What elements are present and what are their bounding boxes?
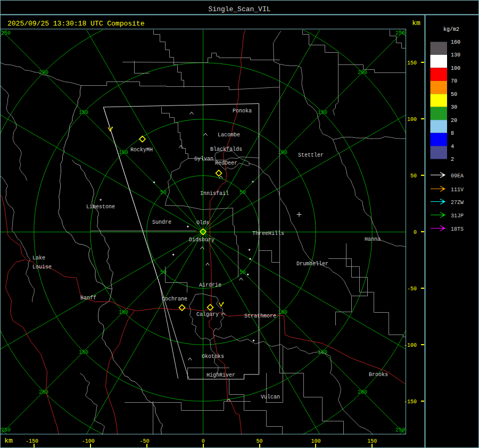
svg-text:km: km bbox=[412, 19, 420, 27]
svg-text:160: 160 bbox=[451, 39, 460, 45]
svg-text:Strathmore: Strathmore bbox=[244, 313, 276, 319]
svg-text:4: 4 bbox=[451, 144, 454, 150]
svg-text:20: 20 bbox=[451, 118, 457, 124]
svg-text:Lake: Lake bbox=[32, 255, 45, 261]
svg-text:-100: -100 bbox=[82, 438, 95, 444]
svg-text:Drumheller: Drumheller bbox=[296, 261, 328, 267]
svg-text:Innisfail: Innisfail bbox=[200, 191, 229, 197]
svg-text:Vulcan: Vulcan bbox=[261, 394, 280, 400]
svg-text:Didsbury: Didsbury bbox=[189, 237, 214, 243]
svg-text:50: 50 bbox=[410, 173, 417, 179]
svg-text:50: 50 bbox=[451, 92, 457, 97]
svg-text:*: * bbox=[251, 180, 255, 186]
svg-text:100: 100 bbox=[407, 117, 417, 123]
svg-text:Louise: Louise bbox=[32, 264, 52, 270]
svg-text:HighRiver: HighRiver bbox=[207, 372, 235, 378]
svg-text:Blackfalds: Blackfalds bbox=[210, 146, 242, 152]
svg-text:2: 2 bbox=[451, 157, 454, 162]
svg-text:250: 250 bbox=[395, 427, 405, 433]
svg-text:27ZW: 27ZW bbox=[451, 200, 464, 206]
svg-text:200: 200 bbox=[358, 389, 367, 395]
svg-text:50: 50 bbox=[160, 190, 167, 196]
svg-text:100: 100 bbox=[119, 150, 128, 156]
svg-text:31JP: 31JP bbox=[451, 213, 464, 219]
svg-text:Sylvan: Sylvan bbox=[194, 156, 213, 162]
svg-text:kg/m2: kg/m2 bbox=[443, 27, 459, 32]
svg-text:0: 0 bbox=[202, 438, 205, 444]
svg-text:50: 50 bbox=[257, 438, 263, 444]
svg-text:km: km bbox=[4, 437, 13, 445]
svg-text:150: 150 bbox=[407, 60, 417, 66]
svg-text:Stettler: Stettler bbox=[298, 152, 324, 158]
svg-text:-50: -50 bbox=[407, 286, 417, 292]
svg-text:18TS: 18TS bbox=[451, 226, 464, 232]
svg-text:100: 100 bbox=[311, 438, 320, 444]
svg-text:70: 70 bbox=[451, 78, 457, 84]
svg-text:0: 0 bbox=[414, 230, 417, 235]
svg-text:200: 200 bbox=[358, 70, 367, 76]
svg-text:Hanna: Hanna bbox=[365, 237, 381, 242]
svg-text:Banff: Banff bbox=[80, 295, 96, 301]
svg-text:*: * bbox=[99, 198, 103, 205]
svg-text:Sundre: Sundre bbox=[152, 219, 171, 225]
svg-text:Ponoka: Ponoka bbox=[233, 108, 252, 114]
svg-text:RedDeer: RedDeer bbox=[215, 160, 237, 166]
svg-text:-150: -150 bbox=[26, 438, 38, 444]
svg-text:8: 8 bbox=[451, 131, 454, 136]
svg-text:Lacombe: Lacombe bbox=[218, 132, 240, 138]
svg-text:ThreeHills: ThreeHills bbox=[252, 231, 284, 237]
svg-text:100: 100 bbox=[278, 150, 287, 156]
svg-text:-50: -50 bbox=[139, 438, 149, 444]
svg-text:150: 150 bbox=[79, 110, 88, 116]
svg-text:150: 150 bbox=[318, 110, 327, 116]
svg-text:2025/09/25 13:30:18 UTC Compos: 2025/09/25 13:30:18 UTC Composite bbox=[7, 20, 144, 28]
svg-text:50: 50 bbox=[240, 190, 246, 196]
svg-text:111V: 111V bbox=[451, 187, 464, 193]
svg-text:Calgary: Calgary bbox=[196, 312, 219, 317]
svg-text:100: 100 bbox=[451, 66, 460, 71]
svg-text:250: 250 bbox=[1, 30, 11, 36]
svg-text:-150: -150 bbox=[404, 399, 417, 405]
svg-text:RockyMH: RockyMH bbox=[130, 147, 153, 153]
svg-text:30: 30 bbox=[451, 104, 457, 110]
svg-text:-100: -100 bbox=[404, 343, 417, 348]
svg-text:09EA: 09EA bbox=[451, 173, 464, 179]
svg-text:250: 250 bbox=[395, 30, 405, 36]
svg-text:150: 150 bbox=[367, 438, 377, 444]
svg-text:50: 50 bbox=[160, 270, 167, 275]
svg-text:Limestone: Limestone bbox=[86, 204, 115, 210]
svg-text:250: 250 bbox=[1, 427, 11, 433]
svg-text:Olds: Olds bbox=[196, 220, 209, 226]
svg-text:Single_Scan_VIL: Single_Scan_VIL bbox=[208, 5, 270, 13]
svg-text:Okotoks: Okotoks bbox=[202, 354, 224, 360]
svg-text:Cochrane: Cochrane bbox=[162, 296, 187, 302]
svg-text:100: 100 bbox=[278, 309, 287, 315]
svg-text:150: 150 bbox=[79, 349, 88, 355]
svg-text:Airdrie: Airdrie bbox=[199, 282, 221, 288]
svg-text:100: 100 bbox=[119, 309, 128, 315]
svg-text:Brooks: Brooks bbox=[369, 372, 388, 378]
svg-text:50: 50 bbox=[240, 270, 246, 275]
svg-text:150: 150 bbox=[318, 349, 327, 355]
svg-text:130: 130 bbox=[451, 52, 460, 58]
